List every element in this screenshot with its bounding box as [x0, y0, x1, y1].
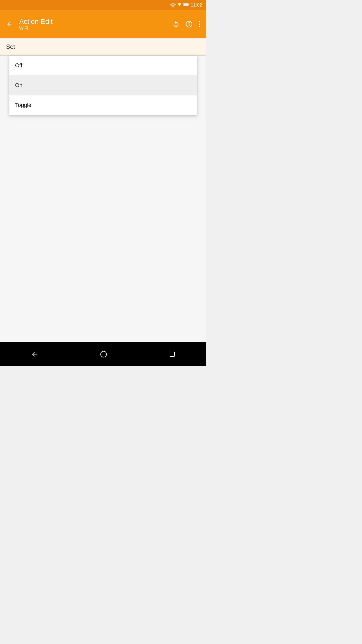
svg-point-7	[199, 26, 200, 27]
svg-point-5	[199, 21, 200, 22]
dropdown-container: Off On Toggle	[9, 56, 197, 115]
more-options-button[interactable]	[197, 19, 202, 30]
svg-point-4	[189, 25, 189, 26]
nav-home-button[interactable]	[97, 348, 110, 361]
svg-point-8	[101, 351, 106, 357]
dropdown-item-off[interactable]: Off	[9, 56, 197, 75]
svg-point-6	[199, 24, 200, 25]
status-bar: 11:02	[0, 0, 206, 10]
app-bar-actions	[170, 19, 202, 30]
set-header: Set	[0, 38, 206, 56]
svg-rect-2	[184, 4, 188, 6]
battery-icon	[183, 2, 189, 8]
app-bar-title-section: Action Edit WiFi	[19, 18, 166, 31]
svg-rect-1	[188, 4, 189, 5]
status-time: 11:02	[191, 3, 202, 8]
content-area: Set Off On Toggle	[0, 38, 206, 342]
nav-back-button[interactable]	[28, 348, 41, 361]
back-button[interactable]	[4, 19, 15, 30]
app-bar: Action Edit WiFi	[0, 10, 206, 38]
signal-strength-icon	[177, 2, 182, 8]
svg-rect-9	[170, 352, 174, 356]
app-bar-subtitle: WiFi	[19, 26, 166, 31]
help-button[interactable]	[184, 19, 195, 30]
wifi-status-icon	[170, 2, 176, 8]
reset-button[interactable]	[170, 19, 182, 30]
status-bar-icons: 11:02	[170, 2, 202, 8]
dropdown-item-toggle[interactable]: Toggle	[9, 95, 197, 115]
app-bar-title: Action Edit	[19, 18, 166, 26]
nav-recent-button[interactable]	[166, 348, 178, 360]
set-label: Set	[6, 43, 15, 50]
dropdown-item-on[interactable]: On	[9, 75, 197, 95]
nav-bar	[0, 342, 206, 366]
